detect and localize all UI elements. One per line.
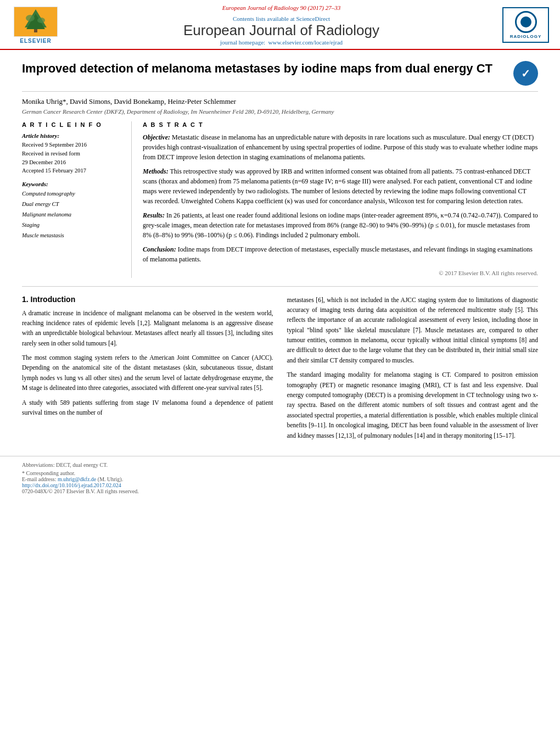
journal-header: ELSEVIER European Journal of Radiology 9… xyxy=(0,0,560,50)
intro-para-5: The standard imaging modality for melano… xyxy=(287,370,539,440)
body-left-col: 1. Introduction A dramatic increase in i… xyxy=(22,295,273,445)
affiliation-text: German Cancer Research Center (DKFZ), De… xyxy=(22,108,538,115)
article-title: Improved detection of melanoma metastase… xyxy=(22,61,513,77)
crossmark-icon: ✓ xyxy=(521,67,530,80)
intro-para-4: metastases [6], which is not included in… xyxy=(287,295,539,366)
abstract-text: Objective: Metastatic disease in melanom… xyxy=(143,132,538,278)
accepted-text: Accepted 15 February 2017 xyxy=(22,166,123,175)
homepage-label: journal homepage: xyxy=(220,39,265,46)
info-abstract-columns: A R T I C L E I N F O Article history: R… xyxy=(22,121,538,278)
homepage-url[interactable]: www.elsevier.com/locate/ejrad xyxy=(268,39,343,46)
elsevier-logo: ELSEVIER xyxy=(11,7,60,44)
conclusion-text: Iodine maps from DECT improve detection … xyxy=(143,246,533,263)
article-title-section: Improved detection of melanoma metastase… xyxy=(22,61,538,92)
intro-para-2: The most common staging system refers to… xyxy=(22,353,273,393)
page-footer: Abbreviations: DECT, dual energy CT. * C… xyxy=(0,456,560,500)
keyword-4: Staging xyxy=(22,220,123,231)
radiology-circle-icon xyxy=(515,11,537,33)
intro-heading: 1. Introduction xyxy=(22,295,273,304)
intro-para-3: A study with 589 patients suffering from… xyxy=(22,398,273,418)
body-columns: 1. Introduction A dramatic increase in i… xyxy=(22,295,538,445)
article-content: Improved detection of melanoma metastase… xyxy=(0,50,560,456)
keywords-list: Computed tomography Dual energy CT Malig… xyxy=(22,189,123,241)
intro-para-1: A dramatic increase in incidence of mali… xyxy=(22,308,273,349)
journal-volume-info: European Journal of Radiology 90 (2017) … xyxy=(60,4,502,11)
history-section: Article history: Received 9 September 20… xyxy=(22,132,123,175)
journal-homepage-line: journal homepage: www.elsevier.com/locat… xyxy=(60,39,502,46)
abstract-label: A B S T R A C T xyxy=(143,121,538,128)
methods-paragraph: Methods: This retrospective study was ap… xyxy=(143,166,538,206)
received-text: Received 9 September 2016 xyxy=(22,141,123,149)
svg-point-4 xyxy=(37,18,45,23)
footer-email-line: E-mail address: m.uhrig@dkfz.de (M. Uhri… xyxy=(22,476,538,482)
results-paragraph: Results: In 26 patients, at least one re… xyxy=(143,210,538,240)
footer-email[interactable]: m.uhrig@dkfz.de xyxy=(58,476,96,482)
contents-label: Contents lists available at xyxy=(233,15,295,22)
footer-doi[interactable]: http://dx.doi.org/10.1016/j.ejrad.2017.0… xyxy=(22,482,121,488)
keyword-3: Malignant melanoma xyxy=(22,210,123,220)
copyright-line: © 2017 Elsevier B.V. All rights reserved… xyxy=(143,269,538,278)
elsevier-brand-text: ELSEVIER xyxy=(20,38,51,44)
keywords-label: Keywords: xyxy=(22,181,123,187)
revised-text: Received in revised form29 December 2016 xyxy=(22,149,123,167)
page-wrapper: ELSEVIER European Journal of Radiology 9… xyxy=(0,0,560,500)
email-label: E-mail address: xyxy=(22,476,56,482)
results-label: Results: xyxy=(143,211,165,219)
abstract-col: A B S T R A C T Objective: Metastatic di… xyxy=(143,121,538,278)
objective-text: Metastatic disease in melanoma has an un… xyxy=(143,133,538,161)
journal-title: European Journal of Radiology xyxy=(60,22,502,39)
radiology-label: RADIOLOGY xyxy=(510,34,541,39)
conclusion-label: Conclusion: xyxy=(143,246,176,253)
results-text: In 26 patients, at least one reader foun… xyxy=(143,211,538,239)
article-info-label: A R T I C L E I N F O xyxy=(22,121,123,128)
keywords-section: Keywords: Computed tomography Dual energ… xyxy=(22,181,123,241)
radiology-inner-circle xyxy=(520,16,531,27)
objective-paragraph: Objective: Metastatic disease in melanom… xyxy=(143,132,538,162)
body-right-col: metastases [6], which is not included in… xyxy=(287,295,539,445)
crossmark-badge[interactable]: ✓ xyxy=(513,61,538,86)
footer-abbreviations: Abbreviations: DECT, dual energy CT. xyxy=(22,462,538,468)
sciencedirect-link[interactable]: ScienceDirect xyxy=(296,15,330,22)
methods-text: This retrospective study was approved by… xyxy=(143,168,533,205)
radiology-logo-box: RADIOLOGY xyxy=(502,7,549,43)
authors-line: Monika Uhrig*, David Simons, David Bonek… xyxy=(22,97,538,106)
authors-text: Monika Uhrig*, David Simons, David Bonek… xyxy=(22,97,236,105)
conclusion-paragraph: Conclusion: Iodine maps from DECT improv… xyxy=(143,244,538,264)
contents-line: Contents lists available at ScienceDirec… xyxy=(60,15,502,22)
footer-corresponding: * Corresponding author. xyxy=(22,470,538,476)
journal-header-center: European Journal of Radiology 90 (2017) … xyxy=(60,4,502,46)
keyword-5: Muscle metastasis xyxy=(22,231,123,241)
objective-label: Objective: xyxy=(143,133,170,141)
keyword-2: Dual energy CT xyxy=(22,199,123,210)
footer-doi-line: http://dx.doi.org/10.1016/j.ejrad.2017.0… xyxy=(22,482,538,488)
methods-label: Methods: xyxy=(143,168,169,175)
svg-point-3 xyxy=(26,15,35,21)
section-divider xyxy=(22,286,538,287)
elsevier-tree-icon xyxy=(19,8,52,35)
elsevier-logo-box xyxy=(14,7,58,37)
keyword-1: Computed tomography xyxy=(22,189,123,199)
footer-issn: 0720-048X/© 2017 Elsevier B.V. All right… xyxy=(22,488,538,494)
footer-email-person: (M. Uhrig). xyxy=(98,476,123,482)
article-info-col: A R T I C L E I N F O Article history: R… xyxy=(22,121,132,278)
history-label: Article history: xyxy=(22,132,123,139)
